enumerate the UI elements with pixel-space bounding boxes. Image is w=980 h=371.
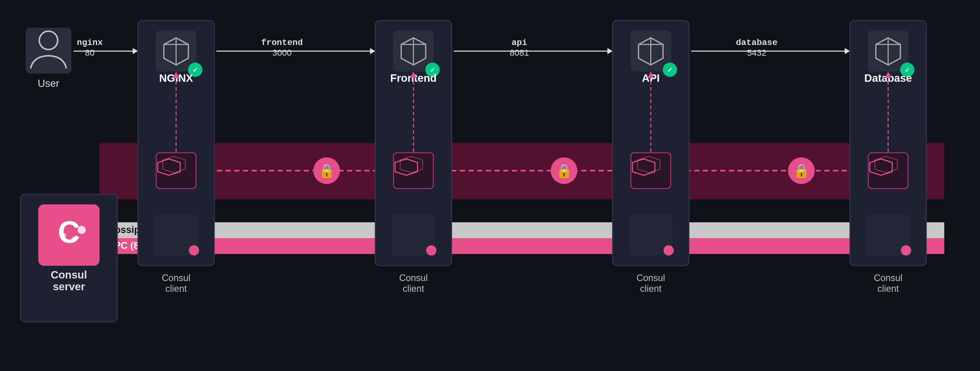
svg-rect-22 xyxy=(156,153,196,189)
svg-text:Consul: Consul xyxy=(874,273,902,283)
svg-text:3000: 3000 xyxy=(272,48,292,58)
svg-point-109 xyxy=(61,233,66,238)
svg-text:80: 80 xyxy=(85,48,95,58)
svg-text:C: C xyxy=(58,215,80,249)
svg-point-46 xyxy=(426,245,436,256)
svg-text:Consul: Consul xyxy=(636,273,665,283)
svg-text:Consul: Consul xyxy=(399,273,428,283)
svg-text:database: database xyxy=(736,38,777,48)
svg-text:api: api xyxy=(511,38,527,48)
svg-text:frontend: frontend xyxy=(261,38,303,48)
svg-text:🔒: 🔒 xyxy=(318,163,335,179)
svg-text:🔒: 🔒 xyxy=(793,163,810,179)
svg-text:server: server xyxy=(53,281,85,293)
svg-text:nginx: nginx xyxy=(77,38,103,48)
svg-text:User: User xyxy=(38,78,59,89)
svg-rect-3 xyxy=(100,238,944,254)
svg-point-108 xyxy=(72,237,76,242)
svg-point-107 xyxy=(78,226,86,234)
svg-text:client: client xyxy=(640,283,662,294)
svg-text:✓: ✓ xyxy=(192,66,198,74)
svg-text:client: client xyxy=(877,283,899,294)
svg-point-28 xyxy=(189,245,199,256)
svg-text:🔒: 🔒 xyxy=(556,163,573,179)
svg-text:8081: 8081 xyxy=(510,48,529,58)
svg-rect-76 xyxy=(868,153,908,189)
svg-rect-58 xyxy=(631,153,671,189)
svg-text:Consul: Consul xyxy=(162,273,190,283)
svg-point-82 xyxy=(901,245,911,256)
svg-rect-40 xyxy=(393,153,433,189)
svg-text:5432: 5432 xyxy=(747,48,767,58)
diagram-container: Gossip (8301) RPC (8300) 🔒 🔒 🔒 xyxy=(0,0,980,371)
svg-rect-2 xyxy=(100,222,944,238)
svg-text:Consul: Consul xyxy=(51,269,87,281)
svg-text:client: client xyxy=(403,283,424,294)
svg-text:✓: ✓ xyxy=(667,66,673,74)
svg-point-64 xyxy=(663,245,674,256)
svg-text:client: client xyxy=(165,283,187,294)
svg-rect-85 xyxy=(25,27,72,74)
